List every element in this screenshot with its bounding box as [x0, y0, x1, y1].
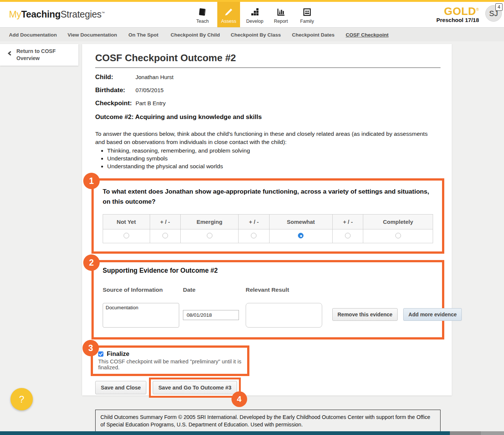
save-and-close-button[interactable]: Save and Close — [95, 381, 146, 394]
subnav-add-documentation[interactable]: Add Documentation — [9, 28, 57, 42]
secondary-nav: Add Documentation View Documentation On … — [0, 27, 504, 41]
tab-report-label: Report — [274, 19, 288, 24]
scale-header-somewhat: Somewhat — [269, 215, 333, 229]
return-to-cosf-overview-link[interactable]: Return to COSF Overview — [0, 44, 78, 66]
blocks-icon — [250, 7, 260, 17]
step-3-badge: 3 — [83, 340, 99, 356]
tab-teach[interactable]: Teach — [191, 0, 214, 27]
radio-emerging[interactable] — [207, 233, 212, 238]
pencil-icon — [224, 7, 234, 17]
date-input[interactable] — [183, 310, 239, 320]
save-and-go-to-outcome-3-button[interactable]: Save and Go To Outcome #3 — [153, 381, 237, 394]
list-item: Understanding symbols — [107, 154, 441, 162]
source-of-information-textarea[interactable]: Documentation — [103, 303, 179, 328]
finalize-section: 3 Finalize This COSF checkpoint will be … — [91, 345, 249, 376]
subnav-view-documentation[interactable]: View Documentation — [68, 28, 117, 42]
primary-nav: Teach Assess Develop Report — [191, 0, 322, 27]
scale-header-not-yet: Not Yet — [103, 215, 150, 229]
checkpoint-label: Checkpoint: — [95, 100, 136, 107]
step-2-badge: 2 — [83, 254, 100, 271]
child-value: Jonathan Hurst — [136, 74, 174, 80]
logo-teaching: Teaching — [21, 9, 61, 19]
subnav-cosf-checkpoint[interactable]: COSF Checkpoint — [346, 28, 389, 42]
step-1-badge: 1 — [83, 173, 100, 189]
tab-family[interactable]: Family — [296, 0, 318, 27]
scale-header-plus-minus: + / - — [333, 215, 363, 229]
tab-assess[interactable]: Assess — [217, 0, 240, 27]
date-label: Date — [183, 287, 246, 293]
radio-somewhat-selected[interactable] — [298, 233, 304, 238]
rating-scale-table: Not Yet + / - Emerging + / - Somewhat + … — [103, 214, 433, 243]
relevant-result-textarea[interactable] — [246, 303, 322, 328]
evidence-heading: Supporting Evidence for Outcome #2 — [103, 267, 433, 275]
top-accent-strip — [0, 0, 504, 2]
step-4-badge: 4 — [231, 391, 247, 407]
tab-develop[interactable]: Develop — [243, 0, 266, 27]
checkpoint-value: Part B Entry — [136, 100, 166, 106]
rating-section: 1 To what extent does Jonathan show age-… — [91, 178, 444, 254]
scale-header-emerging: Emerging — [180, 215, 239, 229]
brand-block: GOLD® Preschool 17/18 — [436, 4, 479, 23]
radio-not-yet[interactable] — [124, 233, 129, 238]
radio-plus-minus-1[interactable] — [162, 233, 168, 238]
tab-report[interactable]: Report — [270, 0, 292, 27]
tab-develop-label: Develop — [246, 19, 264, 24]
list-item: Understanding the physical and social wo… — [107, 162, 441, 170]
header: MyTeachingStrategies™ Teach Assess Devel… — [0, 0, 504, 27]
program-label: Preschool 17/18 — [436, 17, 479, 23]
bottom-progress-bar — [0, 431, 504, 435]
help-button[interactable]: ? — [10, 388, 33, 410]
tab-family-label: Family — [300, 19, 314, 24]
scale-header-plus-minus: + / - — [239, 215, 269, 229]
bottom-bar-light-gray-segment — [481, 431, 504, 435]
intro-paragraph: To answer the questions below, think abo… — [95, 130, 431, 146]
back-link-label: Return to COSF Overview — [16, 48, 74, 62]
save-next-callout: 4 Save and Go To Outcome #3 — [149, 378, 241, 398]
birthdate-label: Birthdate: — [95, 87, 136, 94]
tab-teach-label: Teach — [196, 19, 209, 24]
finalize-label: Finalize — [107, 350, 130, 357]
finalize-checkbox[interactable] — [98, 351, 103, 357]
notification-badge[interactable]: 4 — [495, 3, 503, 11]
subnav-checkpoint-by-class[interactable]: Checkpoint By Class — [231, 28, 281, 42]
rating-question: To what extent does Jonathan show age-ap… — [103, 187, 433, 207]
radio-plus-minus-3[interactable] — [345, 233, 351, 238]
radio-plus-minus-2[interactable] — [251, 233, 256, 238]
scale-header-plus-minus: + / - — [150, 215, 180, 229]
chevron-left-icon — [7, 50, 12, 55]
evidence-section: 2 Supporting Evidence for Outcome #2 Sou… — [91, 260, 444, 339]
child-info-row: Child: Jonathan Hurst — [95, 73, 441, 81]
page-title: COSF Checkpoint Outcome #2 — [95, 52, 441, 68]
outcome-heading: Outcome #2:Acquiring and using knowledge… — [95, 113, 441, 121]
outcome-label: Outcome #2: — [95, 113, 134, 121]
outcome-value: Acquiring and using knowledge and skills — [135, 113, 262, 121]
actions-row: Save and Close 4 Save and Go To Outcome … — [95, 381, 441, 398]
list-item: Thinking, reasoning, remembering, and pr… — [107, 147, 441, 154]
child-label: Child: — [95, 73, 136, 81]
scale-header-completely: Completely — [363, 215, 433, 229]
relevant-result-label: Relevant Result — [246, 287, 332, 293]
family-frame-icon — [302, 7, 312, 17]
add-evidence-button[interactable]: Add more evidence — [403, 308, 462, 321]
checkpoint-info-row: Checkpoint: Part B Entry — [95, 100, 441, 107]
logo-strategies: Strategies — [60, 9, 102, 19]
logo-my: My — [9, 9, 21, 19]
book-icon — [198, 7, 208, 17]
gold-brand: GOLD® — [436, 4, 479, 16]
functioning-areas-list: Thinking, reasoning, remembering, and pr… — [107, 147, 441, 170]
radio-completely[interactable] — [395, 233, 401, 238]
finalize-note: This COSF checkpoint will be marked "pre… — [98, 359, 242, 370]
source-of-information-label: Source of Information — [103, 287, 183, 293]
bar-chart-icon — [276, 7, 286, 17]
app-root: MyTeachingStrategies™ Teach Assess Devel… — [0, 0, 504, 435]
bottom-bar-gray-segment — [450, 431, 481, 435]
logo-trademark: ™ — [102, 11, 105, 15]
subnav-on-the-spot[interactable]: On The Spot — [128, 28, 158, 42]
remove-evidence-button[interactable]: Remove this evidence — [332, 308, 398, 321]
birthdate-value: 07/05/2015 — [136, 87, 164, 93]
subnav-checkpoint-by-child[interactable]: Checkpoint By Child — [171, 28, 220, 42]
question-mark-icon: ? — [19, 394, 24, 405]
subnav-checkpoint-dates[interactable]: Checkpoint Dates — [292, 28, 335, 42]
tab-assess-label: Assess — [221, 19, 236, 24]
app-logo[interactable]: MyTeachingStrategies™ — [9, 9, 105, 20]
